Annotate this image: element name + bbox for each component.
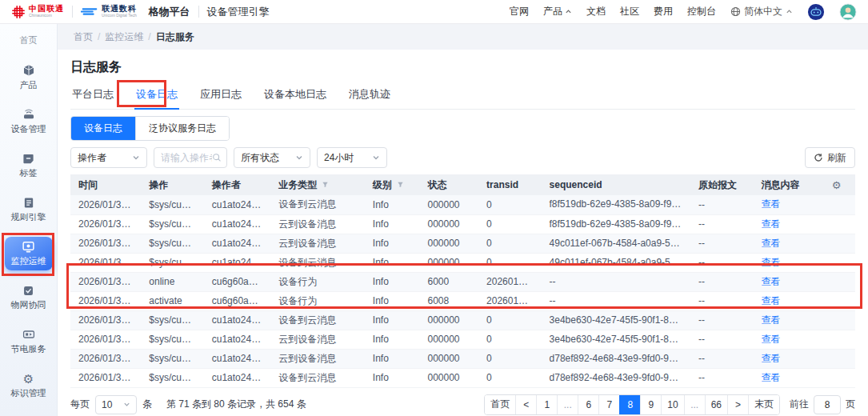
cell-level: Info xyxy=(365,195,420,214)
table-row[interactable]: 2026/01/30 15:3... $sys/cu6g60auk... cu1… xyxy=(70,349,855,368)
breadcrumb-separator: / xyxy=(148,31,150,42)
log-tab[interactable]: 应用日志 xyxy=(198,82,243,109)
cell-status: 6008 xyxy=(420,291,479,310)
top-nav-item[interactable]: 社区 xyxy=(620,5,639,18)
page-number-button[interactable]: 6 xyxy=(578,395,598,414)
cell-settings-spacer xyxy=(824,291,855,310)
view-link[interactable]: 查看 xyxy=(761,334,780,345)
filter-funnel-icon[interactable] xyxy=(322,179,329,190)
log-service-card: 日志服务 平台日志 设备日志 应用日志 设备本地日志 消息轨迹 xyxy=(58,50,868,416)
top-nav-item[interactable]: 费用 xyxy=(654,5,673,18)
operator-search-input[interactable] xyxy=(161,152,212,163)
page-number-button[interactable]: 9 xyxy=(640,395,661,414)
log-tab[interactable]: 设备本地日志 xyxy=(262,82,328,109)
goto-page-input[interactable] xyxy=(814,395,841,414)
cell-transid: 0 xyxy=(478,214,541,234)
column-header: 状态 xyxy=(420,174,479,195)
breadcrumb-item[interactable]: 监控运维 xyxy=(105,30,143,44)
sidebar-item[interactable]: 首页 xyxy=(5,32,53,48)
sidebar-item[interactable]: 物网协同 xyxy=(5,281,53,314)
view-link[interactable]: 查看 xyxy=(761,257,780,268)
user-avatar[interactable] xyxy=(839,3,857,21)
cell-status: 6000 xyxy=(420,272,479,291)
per-page-select[interactable]: 10 xyxy=(95,395,137,414)
prev-page-button[interactable]: < xyxy=(515,395,536,414)
table-row[interactable]: 2026/01/30 15:3... online cu6g60auk8bdw.… xyxy=(70,272,855,291)
language-selector[interactable]: 简体中文 xyxy=(730,5,793,18)
page-number-button[interactable]: 10 xyxy=(661,395,683,414)
unicom-digital-icon xyxy=(81,6,98,18)
top-nav-item[interactable]: 官网 xyxy=(510,5,529,18)
page-number-button[interactable]: 66 xyxy=(705,395,727,414)
first-page-button[interactable]: 首页 xyxy=(485,395,515,414)
log-tab[interactable]: 平台日志 xyxy=(70,82,115,109)
sidebar-item[interactable]: 产品 xyxy=(5,61,53,94)
cell-business-type: 设备到云消息 xyxy=(270,195,365,214)
monitor-icon xyxy=(22,240,35,253)
table-settings-gear-icon[interactable]: ⚙ xyxy=(832,179,842,191)
table-row[interactable]: 2026/01/30 15:3... $sys/cu6g60auk... cu1… xyxy=(70,253,855,272)
filter-funnel-icon[interactable] xyxy=(397,179,404,190)
top-nav-item[interactable]: 控制台 xyxy=(687,5,716,18)
sidebar-item[interactable]: 监控运维 xyxy=(5,237,53,270)
cell-level: Info xyxy=(365,330,420,349)
refresh-icon xyxy=(814,153,823,162)
sidebar-item[interactable]: 规则引擎 xyxy=(5,193,53,226)
page-number-button[interactable]: 7 xyxy=(598,395,619,414)
page-number-button[interactable]: ... xyxy=(684,395,705,414)
column-header: 时间 xyxy=(70,174,141,195)
cell-operation: $sys/cu6g60auk... xyxy=(141,234,203,253)
sidebar-item[interactable]: 节电服务 xyxy=(5,325,53,358)
sidebar-item-label: 监控运维 xyxy=(11,255,46,267)
table-row[interactable]: 2026/01/30 15:3... $sys/cu6g60auk... cu1… xyxy=(70,214,855,234)
next-page-button[interactable]: > xyxy=(727,395,748,414)
view-link[interactable]: 查看 xyxy=(761,295,780,306)
sidebar-item-label: 产品 xyxy=(20,79,38,91)
log-tab[interactable]: 消息轨迹 xyxy=(347,82,392,109)
cell-raw-message: -- xyxy=(690,330,753,349)
search-icon[interactable] xyxy=(212,153,222,162)
table-row[interactable]: 2026/01/30 15:3... $sys/cu6g60auk... cu1… xyxy=(70,330,855,349)
log-subtab[interactable]: 设备日志 xyxy=(71,117,135,140)
top-nav-item[interactable]: 文档 xyxy=(586,5,606,18)
view-link[interactable]: 查看 xyxy=(761,238,780,249)
cell-sequenceid: f8f519db-62e9-4385-8a09-f9b07507036f xyxy=(542,214,690,234)
divider xyxy=(72,6,73,18)
page-number-button[interactable]: 1 xyxy=(536,395,557,414)
page-number-button[interactable]: 8 xyxy=(619,395,640,414)
time-range-select[interactable]: 24小时 xyxy=(317,147,387,168)
view-link[interactable]: 查看 xyxy=(761,276,780,287)
sidebar-item[interactable]: 设备管理 xyxy=(5,105,53,138)
cell-level: Info xyxy=(365,291,420,310)
cell-level: Info xyxy=(365,214,420,234)
cell-operation: $sys/cu6g60auk... xyxy=(141,330,203,349)
per-page-unit: 条 xyxy=(142,398,152,411)
table-row[interactable]: 2026/01/30 15:3... $sys/cu6g60auk... cu1… xyxy=(70,310,855,330)
view-link[interactable]: 查看 xyxy=(761,353,780,364)
table-row[interactable]: 2026/01/30 15:3... $sys/cu6g60auk... cu1… xyxy=(70,234,855,253)
table-row[interactable]: 2026/01/30 15:3... activate cu6g60auk8bd… xyxy=(70,291,855,310)
view-link[interactable]: 查看 xyxy=(761,218,780,230)
sidebar-item[interactable]: ⚙ 标识管理 xyxy=(5,369,53,402)
last-page-button[interactable]: 末页 xyxy=(748,395,779,414)
sidebar-item[interactable]: 标签 xyxy=(5,149,53,182)
breadcrumb-item[interactable]: 首页 xyxy=(74,30,93,44)
top-nav-item[interactable]: 产品 xyxy=(543,5,572,18)
breadcrumb-item[interactable]: 日志服务 xyxy=(156,30,194,44)
chevron-down-icon xyxy=(132,154,140,162)
status-select[interactable]: 所有状态 xyxy=(234,147,310,168)
page-number-button[interactable]: ... xyxy=(557,395,578,414)
assistant-robot-icon[interactable] xyxy=(807,3,825,21)
cell-sequenceid: f8f519db-62e9-4385-8a09-f9b07507036f xyxy=(542,195,690,214)
view-link[interactable]: 查看 xyxy=(761,198,780,210)
table-row[interactable]: 2026/01/30 15:3... $sys/cu6g60auk... cu1… xyxy=(70,368,855,387)
operator-type-select[interactable]: 操作者 xyxy=(70,147,147,168)
table-row[interactable]: 2026/01/30 15:3... $sys/cu6g60auk... cu1… xyxy=(70,195,855,214)
view-link[interactable]: 查看 xyxy=(761,372,780,383)
cell-operator: cu6g60auk8bdw... xyxy=(204,272,270,291)
cell-time: 2026/01/30 15:3... xyxy=(70,234,141,253)
log-subtab[interactable]: 泛协议服务日志 xyxy=(135,117,229,140)
refresh-button[interactable]: 刷新 xyxy=(805,147,855,168)
view-link[interactable]: 查看 xyxy=(761,314,780,326)
log-tab[interactable]: 设备日志 xyxy=(134,82,179,110)
